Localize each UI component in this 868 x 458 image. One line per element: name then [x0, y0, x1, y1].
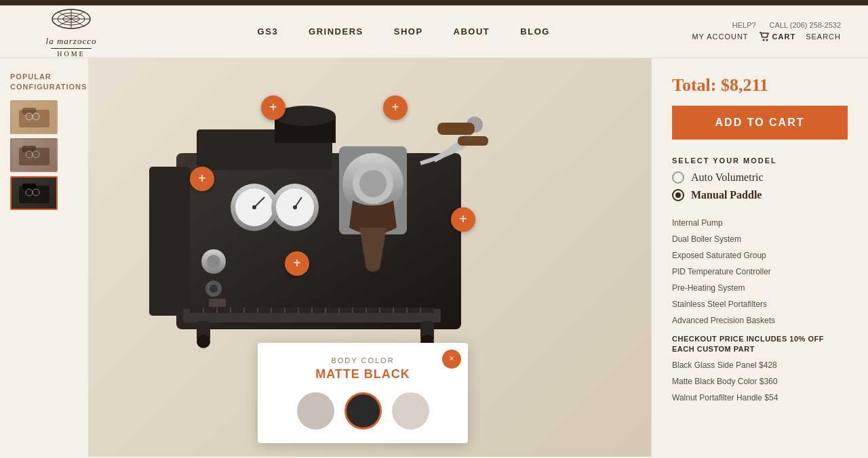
total-label: Total:: [672, 75, 717, 95]
nav-gs3[interactable]: GS3: [258, 26, 279, 37]
popup-color-name: MATTE BLACK: [271, 367, 454, 381]
model-auto-label: Auto Volumetric: [691, 171, 764, 184]
svg-point-8: [766, 39, 768, 41]
my-account-link[interactable]: MY ACCOUNT: [692, 33, 748, 41]
price-item-1: Black Glass Side Panel $428: [672, 357, 848, 373]
swatch-light-gray[interactable]: [297, 392, 334, 430]
swatch-matte-black[interactable]: [344, 392, 382, 430]
main-content: POPULAR CONFIGURATIONS: [0, 58, 868, 457]
feature-internal-pump: Internal Pump: [672, 215, 848, 231]
feature-dual-boiler: Dual Boiler System: [672, 231, 848, 247]
svg-point-69: [210, 285, 218, 293]
color-swatches: [271, 392, 454, 430]
brand-name: la marzocco: [46, 36, 97, 47]
svg-rect-22: [149, 167, 190, 316]
header: la marzocco HOME GS3 GRINDERS SHOP ABOUT…: [0, 5, 868, 58]
total-price: Total: $8,211: [672, 75, 848, 96]
config-thumb-1[interactable]: [10, 100, 58, 134]
cart-label: CART: [772, 33, 796, 41]
config-3-icon: [16, 180, 53, 206]
price-item-3: Walnut Portafilter Handle $54: [672, 390, 848, 406]
svg-point-43: [207, 255, 220, 268]
logo-icon: [47, 5, 95, 36]
radio-manual-icon: [672, 189, 684, 201]
model-manual-paddle[interactable]: Manual Paddle: [672, 189, 848, 201]
config-thumb-3[interactable]: [10, 176, 58, 210]
nav-grinders[interactable]: GRINDERS: [309, 26, 363, 37]
hotspot-2[interactable]: +: [383, 96, 408, 120]
model-manual-label: Manual Paddle: [691, 189, 762, 201]
feature-portafilters: Stainless Steel Portafilters: [672, 296, 848, 312]
nav-about[interactable]: ABOUT: [454, 26, 490, 37]
total-amount: $8,211: [721, 75, 768, 95]
popup-close-button[interactable]: ×: [442, 350, 461, 369]
popup-section-label: BODY COLOR: [271, 356, 454, 365]
nav-shop[interactable]: SHOP: [394, 26, 423, 37]
header-utils: HELP? CALL (206) 258-2532 MY ACCOUNT CAR…: [692, 21, 841, 41]
svg-rect-41: [458, 136, 488, 146]
top-border: [0, 0, 868, 5]
radio-auto-icon: [672, 171, 684, 184]
features-list: Internal Pump Dual Boiler System Exposed…: [672, 215, 848, 329]
search-link[interactable]: SEARCH: [806, 33, 841, 41]
nav-blog[interactable]: BLOG: [520, 26, 550, 37]
config-2-icon: [16, 142, 53, 168]
svg-point-7: [762, 39, 764, 41]
sidebar-title: POPULAR CONFIGURATIONS: [10, 72, 78, 93]
hotspot-5[interactable]: +: [285, 251, 309, 276]
cart-button[interactable]: CART: [759, 32, 796, 41]
svg-point-30: [359, 170, 387, 197]
model-section-label: SELECT YOUR MODEL: [672, 157, 848, 165]
svg-point-65: [197, 335, 210, 348]
phone-number: CALL (206) 258-2532: [770, 21, 841, 29]
svg-rect-67: [209, 299, 226, 307]
right-panel: Total: $8,211 ADD TO CART SELECT YOUR MO…: [651, 58, 868, 457]
model-section: SELECT YOUR MODEL Auto Volumetric Manual…: [672, 157, 848, 201]
header-actions: MY ACCOUNT CART SEARCH: [692, 32, 841, 41]
product-area: + + + + + × BODY COLOR MATTE BLACK: [88, 58, 651, 457]
model-auto-volumetric[interactable]: Auto Volumetric: [672, 171, 848, 184]
config-thumb-2[interactable]: [10, 138, 58, 172]
logo-area[interactable]: la marzocco HOME: [27, 5, 115, 58]
color-popup: × BODY COLOR MATTE BLACK: [258, 343, 468, 443]
hotspot-1[interactable]: +: [261, 96, 285, 120]
svg-rect-40: [437, 123, 475, 135]
add-to-cart-button[interactable]: ADD TO CART: [672, 106, 848, 140]
price-item-2: Matte Black Body Color $360: [672, 373, 848, 390]
hotspot-4[interactable]: +: [451, 207, 475, 232]
main-nav: GS3 GRINDERS SHOP ABOUT BLOG: [258, 26, 550, 37]
hotspot-3[interactable]: +: [190, 167, 214, 191]
pricing-note: CHECKOUT PRICE INCLUDES 10% OFF EACH CUS…: [672, 334, 848, 355]
feature-exposed-group: Exposed Saturated Group: [672, 247, 848, 264]
feature-preheating: Pre-Heating System: [672, 280, 848, 296]
config-1-icon: [16, 104, 53, 130]
sidebar: POPULAR CONFIGURATIONS: [0, 58, 88, 457]
price-items-list: Black Glass Side Panel $428 Matte Black …: [672, 357, 848, 406]
feature-baskets: Advanced Precision Baskets: [672, 312, 848, 329]
cart-icon: [759, 32, 770, 41]
swatch-silver[interactable]: [392, 392, 429, 430]
header-contact: HELP? CALL (206) 258-2532: [732, 21, 841, 29]
feature-pid: PID Temperature Controller: [672, 264, 848, 280]
help-text[interactable]: HELP?: [732, 21, 756, 29]
brand-subtitle: HOME: [51, 48, 92, 58]
